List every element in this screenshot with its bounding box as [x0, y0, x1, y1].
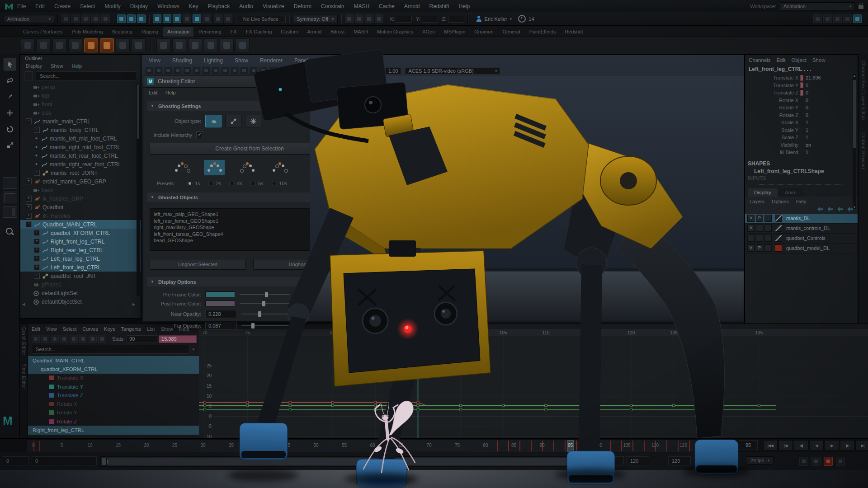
channel-box-scrollbar[interactable]: ▲▼ [853, 74, 856, 209]
maximize-button[interactable]: □ [340, 79, 342, 84]
step-back-frame-button[interactable]: |◀ [778, 440, 793, 450]
preset-radio-4s[interactable] [229, 181, 235, 186]
ghost-preset-pattern-button-2[interactable] [204, 160, 225, 175]
layer-color-swatch[interactable] [775, 235, 782, 242]
shelf-tab-general[interactable]: General [499, 27, 524, 37]
shelf-tab-custom[interactable]: Custom [277, 27, 302, 37]
lasso-tool-icon[interactable] [4, 74, 16, 87]
channel-box-menu-show[interactable]: Show [812, 57, 826, 63]
layer-visibility-toggle[interactable]: V [747, 215, 755, 222]
ghosted-object-head-geoshape[interactable]: head_GEOShape [154, 237, 345, 244]
layer-playback-toggle[interactable]: P [756, 215, 763, 222]
playback-start-field[interactable]: 0 [3, 456, 29, 465]
layer-display-mode-toggle[interactable] [764, 235, 772, 242]
step-forward-frame-button[interactable]: ▶| [855, 440, 868, 450]
shaded-icon[interactable] [307, 67, 315, 75]
menu-set-selector[interactable]: Animation ▾ [4, 15, 54, 23]
menu-windows[interactable]: Windows [157, 3, 179, 9]
outliner-item-persp[interactable]: persp [20, 83, 141, 91]
layer-playback-toggle[interactable]: P [756, 244, 763, 252]
shelf-tab-rigging[interactable]: Rigging [137, 27, 162, 37]
channel-value[interactable]: 0 [806, 98, 808, 103]
viewport-menu-view[interactable]: View [149, 57, 160, 64]
step-forward-key-button[interactable]: |▶ [840, 440, 854, 450]
scale-tool-icon[interactable] [4, 139, 16, 152]
left-tab-graph-editor[interactable]: Graph Editor [21, 327, 26, 356]
menu-mash[interactable]: MASH [354, 3, 369, 9]
frame-playback-range-icon[interactable] [89, 335, 97, 343]
scroll-left-icon[interactable]: ◀ [22, 302, 25, 306]
time-slider[interactable]: 0510152025303540455055606570758085909510… [27, 440, 736, 452]
outliner-menu-display[interactable]: Display [26, 63, 42, 69]
channel-value[interactable]: 0 [806, 83, 808, 88]
channel-rotate-y[interactable]: Rotate Y0 [745, 104, 858, 112]
shelf-tab-painteffects[interactable]: PaintEffects [525, 27, 560, 37]
ghosting-menu-help[interactable]: Help [165, 90, 176, 95]
step-back-key-button[interactable]: ◀| [794, 440, 808, 450]
pencil-curve-icon[interactable] [188, 38, 202, 52]
screen-space-ao-icon[interactable] [344, 67, 353, 75]
shelf-tab-rendering[interactable]: Rendering [194, 27, 226, 37]
outliner-item-mantis-right-mid-foot-ctrl[interactable]: ●mantis_right_mid_foot_CTRL [20, 143, 141, 151]
expander-icon[interactable]: + [26, 204, 32, 210]
live-surface-field[interactable]: No Live Surface [236, 15, 286, 23]
menu-playback[interactable]: Playback [208, 3, 230, 9]
near-opacity-field[interactable]: 0.228 [205, 310, 237, 318]
post-frame-color-slider[interactable] [240, 303, 290, 304]
layer-visibility-toggle[interactable] [747, 235, 755, 242]
channel-value[interactable]: 1 [806, 127, 808, 133]
shadows-icon[interactable] [335, 67, 343, 75]
expander-icon[interactable]: + [34, 273, 40, 279]
shelf-tab-msplugin[interactable]: MSPlugin [440, 27, 469, 37]
near-opacity-slider[interactable] [241, 314, 292, 314]
menu-display[interactable]: Display [130, 3, 148, 9]
current-frame-field[interactable]: 95 [739, 440, 758, 450]
shelf-tab-fx[interactable]: FX [226, 27, 241, 37]
user-account-chip[interactable]: Eric Keller ▾ [476, 16, 512, 22]
shelf-tab-animation[interactable]: Animation [163, 27, 193, 37]
snap-point-icon[interactable] [173, 14, 181, 23]
ghosted-object-left-rear-femur-geoshape1[interactable]: left_rear_femur_GEOShape1 [154, 218, 345, 225]
graph-menu-curves[interactable]: Curves [82, 326, 98, 332]
layer-color-swatch[interactable] [775, 225, 782, 232]
workspace-lock-icon[interactable] [859, 5, 863, 9]
channel-value[interactable]: 1 [806, 135, 808, 140]
window-title-bar[interactable]: M Ghosting Editor ─ □ ✕ [143, 75, 356, 88]
channel-ik-blend[interactable]: IK Blend1 [745, 149, 858, 156]
shape-node-name[interactable]: Left_front_leg_CTRLShape [745, 167, 858, 174]
layer-menu-options[interactable]: Options [772, 199, 789, 204]
scene-end-field[interactable]: 120 [668, 456, 691, 465]
outliner-item-back[interactable]: back [20, 186, 141, 194]
display-render-icon[interactable] [375, 14, 383, 23]
play-backwards-button[interactable]: ◀ [809, 440, 824, 450]
section-display-options[interactable]: ▼ Display Options [147, 277, 352, 286]
channel-box-menu-edit[interactable]: Edit [777, 57, 786, 63]
outliner-item-orchid-mantis-geo-grp[interactable]: +orchid_mantis_GEO_GRP [20, 177, 141, 186]
layer-display-mode-toggle[interactable] [764, 225, 772, 232]
expander-icon[interactable]: + [34, 256, 40, 262]
textured-icon[interactable] [316, 67, 324, 75]
shelf-tab-motion-graphics[interactable]: Motion Graphics [373, 27, 417, 37]
outliner-item-mantis-left-mid-foot-ctrl[interactable]: ●mantis_left_mid_foot_CTRL [20, 134, 141, 143]
symmetry-selector[interactable]: Symmetry: Off ▾ [293, 15, 338, 23]
graph-editor-curve-view[interactable]: 7075808590951001051101151201251301352520… [199, 329, 868, 439]
outliner-search-input[interactable] [36, 71, 137, 80]
shelf-tab-fx-caching[interactable]: FX Caching [242, 27, 276, 37]
expander-icon[interactable]: + [34, 239, 40, 244]
expander-icon[interactable]: + [26, 196, 32, 202]
outliner-item-mantis-left-rear-foot-ctrl[interactable]: ●mantis_left_rear_foot_CTRL [20, 151, 141, 160]
channel-rotate-z[interactable]: Rotate Z0 [745, 112, 858, 119]
snap-grid-icon[interactable] [153, 14, 161, 23]
viewport-menu-lighting[interactable]: Lighting [204, 57, 223, 64]
menu-visualize[interactable]: Visualize [263, 3, 284, 9]
wireframe-icon[interactable] [297, 67, 305, 75]
animation-preferences-icon[interactable] [836, 457, 845, 466]
menu-modify[interactable]: Modify [104, 3, 120, 9]
coord-input[interactable] [396, 15, 412, 23]
create-ghost-button[interactable]: Create Ghost from Selection [150, 143, 349, 155]
channel-visibility[interactable]: Visibilityon [745, 141, 858, 149]
channel-box-menu-channels[interactable]: Channels [749, 57, 771, 63]
side-tab-content-browser[interactable]: Content Browser [861, 132, 866, 169]
lock-camera-icon[interactable] [155, 67, 163, 75]
stats-frame-field[interactable]: 90 [127, 335, 157, 343]
